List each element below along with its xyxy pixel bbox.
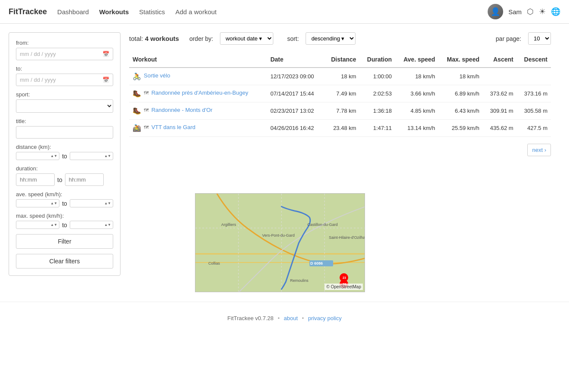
nav-add-workout[interactable]: Add a workout xyxy=(175,8,216,15)
duration-label: duration: xyxy=(16,165,113,172)
ave-speed-range: ▲▼ to ▲▼ xyxy=(16,199,113,207)
footer-about-link[interactable]: about xyxy=(284,315,298,321)
workout-link[interactable]: Randonnée - Monts d'Or xyxy=(152,107,213,113)
workout-duration: 2:02:53 xyxy=(360,85,396,102)
table-row: 🥾 🗺 Randonnée - Monts d'Or 02/23/2017 13… xyxy=(129,102,551,120)
footer-app: FitTrackee xyxy=(227,315,254,321)
brand[interactable]: FitTrackee xyxy=(9,7,47,16)
svg-text:Collias: Collias xyxy=(208,261,220,265)
ave-speed-to-spinner[interactable]: ▲▼ xyxy=(104,201,111,205)
distance-to-input[interactable]: ▲▼ xyxy=(70,152,113,160)
to-date-input[interactable]: mm / dd / yyyy 📅 xyxy=(16,74,113,86)
sport-icon: 🚴 xyxy=(133,72,141,80)
max-speed-to-spinner[interactable]: ▲▼ xyxy=(104,223,111,227)
col-workout: Workout xyxy=(129,52,267,68)
workout-table: Workout Date Distance Duration Ave. spee… xyxy=(129,52,551,137)
distance-to-spinner[interactable]: ▲▼ xyxy=(104,154,111,158)
workout-link[interactable]: Sortie vélo xyxy=(144,72,170,79)
svg-text:Argilliers: Argilliers xyxy=(221,222,236,227)
to-date-placeholder: mm / dd / yyyy xyxy=(20,77,56,83)
workout-distance: 18 km xyxy=(324,68,360,85)
ave-speed-to-label: to xyxy=(62,200,67,207)
workout-name-cell: 🥾 🗺 Randonnée - Monts d'Or xyxy=(129,102,267,120)
workout-ave-speed: 13.14 km/h xyxy=(395,120,439,137)
calendar-icon-2: 📅 xyxy=(102,77,109,83)
ave-speed-from-input[interactable]: ▲▼ xyxy=(16,199,59,207)
total-count: 4 workouts xyxy=(145,35,179,42)
workout-duration: 1:36:18 xyxy=(360,102,396,120)
workout-max-speed: 25.59 km/h xyxy=(439,120,483,137)
theme-icon[interactable]: ☀ xyxy=(539,7,546,16)
workout-ascent: 435.62 m xyxy=(483,120,517,137)
table-header: Workout Date Distance Duration Ave. spee… xyxy=(129,52,551,68)
workout-ave-speed: 4.85 km/h xyxy=(395,102,439,120)
per-page-label: par page: xyxy=(496,35,521,42)
footer-privacy-link[interactable]: privacy policy xyxy=(308,315,342,321)
svg-text:Castillon-du-Gard: Castillon-du-Gard xyxy=(307,222,338,227)
ave-speed-to-input[interactable]: ▲▼ xyxy=(70,199,113,207)
table-row: 🚵 🗺 VTT dans le Gard 04/26/2016 16:42 23… xyxy=(129,120,551,137)
workout-link[interactable]: VTT dans le Gard xyxy=(152,124,195,130)
workout-name-cell: 🚴 Sortie vélo xyxy=(129,68,267,85)
workout-link[interactable]: Randonnée près d'Ambérieu-en-Bugey xyxy=(152,90,248,96)
col-max-speed: Max. speed xyxy=(439,52,483,68)
nav-workouts[interactable]: Workouts xyxy=(99,8,129,15)
ave-speed-from-spinner[interactable]: ▲▼ xyxy=(50,201,57,205)
footer-dot-1: • xyxy=(278,315,280,321)
svg-rect-0 xyxy=(195,194,365,292)
order-select[interactable]: workout date ▾ distance duration xyxy=(220,32,273,45)
workout-ascent: 309.91 m xyxy=(483,102,517,120)
max-speed-from-input[interactable]: ▲▼ xyxy=(16,221,59,229)
clear-filters-button[interactable]: Clear filters xyxy=(16,254,113,269)
nav-username: Sam xyxy=(508,8,522,15)
filter-sidebar: from: mm / dd / yyyy 📅 to: mm / dd / yyy… xyxy=(9,32,121,276)
col-distance: Distance xyxy=(324,52,360,68)
sort-select[interactable]: descending ▾ ascending xyxy=(306,32,356,45)
duration-from-input[interactable] xyxy=(16,173,55,186)
distance-from-spinner[interactable]: ▲▼ xyxy=(50,154,57,158)
table-row: 🚴 Sortie vélo 12/17/2023 09:00 18 km 1:0… xyxy=(129,68,551,85)
from-label: from: xyxy=(16,40,113,46)
workout-descent: 305.58 m xyxy=(517,102,551,120)
workout-duration: 1:47:11 xyxy=(360,120,396,137)
from-date-input[interactable]: mm / dd / yyyy 📅 xyxy=(16,48,113,60)
filter-button[interactable]: Filter xyxy=(16,234,113,249)
sport-select[interactable] xyxy=(16,99,113,113)
duration-to-input[interactable] xyxy=(65,173,104,186)
language-icon[interactable]: 🌐 xyxy=(551,7,560,16)
title-label: title: xyxy=(16,118,113,124)
sort-label: sort: xyxy=(287,35,299,42)
svg-text:23: 23 xyxy=(343,276,346,279)
pagination: next › xyxy=(129,144,551,156)
distance-range: ▲▼ to ▲▼ xyxy=(16,152,113,160)
col-ave-speed: Ave. speed xyxy=(395,52,439,68)
svg-text:Vers-Pont-du-Gard: Vers-Pont-du-Gard xyxy=(262,233,295,238)
distance-from-input[interactable]: ▲▼ xyxy=(16,152,59,160)
table-body: 🚴 Sortie vélo 12/17/2023 09:00 18 km 1:0… xyxy=(129,68,551,137)
nav-dashboard[interactable]: Dashboard xyxy=(57,8,89,15)
workout-name-cell: 🚵 🗺 VTT dans le Gard xyxy=(129,120,267,137)
to-label: to: xyxy=(16,65,113,72)
order-label: order by: xyxy=(189,35,213,42)
nav-statistics[interactable]: Statistics xyxy=(139,8,165,15)
logout-icon[interactable]: ⬡ xyxy=(527,7,534,16)
table-row: 🥾 🗺 Randonnée près d'Ambérieu-en-Bugey 0… xyxy=(129,85,551,102)
content-header: total: 4 workouts order by: workout date… xyxy=(129,32,551,45)
workout-descent: 427.5 m xyxy=(517,120,551,137)
max-speed-from-spinner[interactable]: ▲▼ xyxy=(50,223,57,227)
title-input[interactable] xyxy=(16,126,113,139)
total-prefix: total: xyxy=(129,35,143,42)
workout-max-speed: 6.43 km/h xyxy=(439,102,483,120)
col-descent: Descent xyxy=(517,52,551,68)
svg-text:D 6086: D 6086 xyxy=(310,261,323,265)
calendar-icon: 📅 xyxy=(102,51,109,57)
next-page-button[interactable]: next › xyxy=(527,144,551,156)
workout-date: 04/26/2016 16:42 xyxy=(267,120,324,137)
workout-date: 07/14/2017 15:44 xyxy=(267,85,324,102)
max-speed-label: max. speed (km/h): xyxy=(16,213,113,219)
workout-distance: 23.48 km xyxy=(324,120,360,137)
workout-duration: 1:00:00 xyxy=(360,68,396,85)
workout-name-cell: 🥾 🗺 Randonnée près d'Ambérieu-en-Bugey xyxy=(129,85,267,102)
per-page-select[interactable]: 10 20 50 xyxy=(528,32,551,45)
max-speed-to-input[interactable]: ▲▼ xyxy=(70,221,113,229)
